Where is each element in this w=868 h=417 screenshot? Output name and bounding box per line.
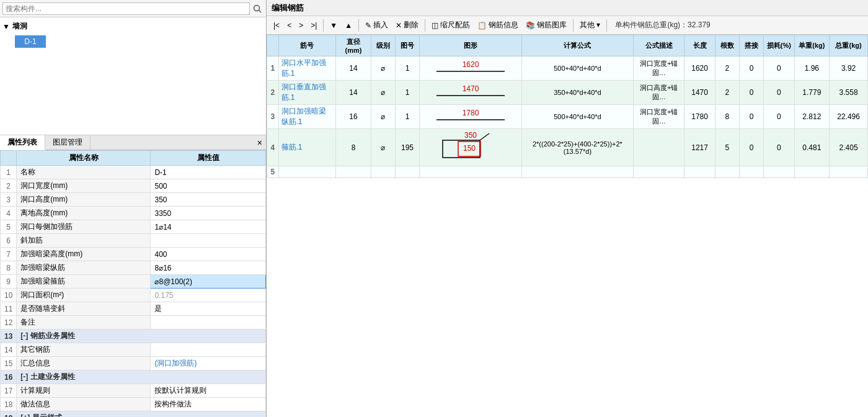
rebar-col-diameter: 直径(mm) bbox=[336, 35, 371, 56]
attr-tbody: 1 名称 D-12 洞口宽度(mm) 5003 洞口高度(mm) 3504 离地… bbox=[1, 166, 266, 418]
rebar-formula: 2*((200-2*25)+(400-2*25))+2*(13.57*d) bbox=[521, 129, 633, 166]
rebar-splice: 0 bbox=[739, 105, 763, 129]
toolbar: |< < > >| ▼ ▲ ✎ 插入 ✕ 删除 ◫ 缩尺配筋 📋 钢筋信息 📚 … bbox=[267, 16, 868, 35]
rebar-barnum[interactable]: 箍筋.1 bbox=[278, 129, 336, 166]
rebar-editor-title: 编辑钢筋 bbox=[272, 2, 304, 14]
attr-prop-value[interactable]: ⌀8@100(2) bbox=[151, 275, 266, 289]
rebar-header: 编辑钢筋 bbox=[267, 0, 868, 16]
toolbar-up-btn[interactable]: ▲ bbox=[342, 20, 355, 31]
rebar-total-weight bbox=[830, 166, 868, 178]
svg-text:1620: 1620 bbox=[463, 60, 479, 69]
attr-table-container: 属性名称 属性值 1 名称 D-12 洞口宽度(mm) 5003 洞口高度(mm… bbox=[0, 150, 266, 417]
attr-row-num: 12 bbox=[1, 316, 17, 330]
attr-row-num: 19 bbox=[1, 411, 17, 418]
rebar-col-num bbox=[267, 35, 279, 56]
rebar-splice: 0 bbox=[739, 129, 763, 166]
tree-group-walls[interactable]: ▼ 墙洞 bbox=[2, 20, 264, 33]
rebar-shape bbox=[395, 166, 419, 178]
toolbar-prev-btn[interactable]: < bbox=[284, 20, 294, 31]
rebar-lib-label: 钢筋图库 bbox=[537, 20, 567, 30]
rebar-barnum[interactable]: 洞口水平加强筋.1 bbox=[278, 56, 336, 81]
rebar-barnum[interactable]: 洞口垂直加强筋.1 bbox=[278, 81, 336, 105]
tab-properties[interactable]: 属性列表 bbox=[0, 135, 45, 150]
rebar-barnum[interactable] bbox=[278, 166, 336, 178]
toolbar-rebar-lib-btn[interactable]: 📚 钢筋图库 bbox=[523, 19, 570, 32]
rebar-unit-weight: 0.481 bbox=[794, 129, 830, 166]
rebar-figure-cell: 350 150 bbox=[420, 129, 522, 166]
attr-prop-name: 洞口每侧加强筋 bbox=[17, 220, 151, 234]
rebar-diameter: 14 bbox=[336, 56, 371, 81]
rebar-col-formula: 计算公式 bbox=[521, 35, 633, 56]
rebar-unit-weight: 1.779 bbox=[794, 81, 830, 105]
rebar-loss: 0 bbox=[764, 56, 794, 81]
attr-section-label: [-] 钢筋业务属性 bbox=[17, 330, 266, 343]
toolbar-sep-1 bbox=[323, 19, 324, 32]
attr-close-button[interactable]: × bbox=[254, 135, 266, 150]
toolbar-others-btn[interactable]: 其他 ▾ bbox=[577, 19, 603, 32]
tab-layers[interactable]: 图层管理 bbox=[45, 135, 91, 150]
attr-prop-value bbox=[151, 234, 266, 248]
rebar-row-num: 5 bbox=[267, 166, 279, 178]
rebar-figure-cell: 1780 bbox=[420, 105, 522, 129]
toolbar-insert-btn[interactable]: ✎ 插入 bbox=[362, 19, 391, 32]
rebar-info-icon: 📋 bbox=[477, 21, 487, 30]
attr-row-num: 9 bbox=[1, 275, 17, 289]
attr-row-num: 18 bbox=[1, 398, 17, 411]
rebar-info-label: 钢筋信息 bbox=[489, 20, 518, 30]
rebar-formula: 500+40*d+40*d bbox=[521, 56, 633, 81]
toolbar-next-btn[interactable]: > bbox=[296, 20, 306, 31]
toolbar-sep-3 bbox=[425, 19, 425, 32]
rebar-col-count: 根数 bbox=[715, 35, 739, 56]
rebar-grade: ⌀ bbox=[371, 105, 395, 129]
rebar-splice: 0 bbox=[739, 56, 763, 81]
tree-expand-arrow: ▼ bbox=[2, 22, 10, 31]
rebar-grade bbox=[371, 166, 395, 178]
rebar-total-weight: 3.92 bbox=[830, 56, 868, 81]
attr-prop-value bbox=[151, 343, 266, 357]
rebar-formula-desc bbox=[634, 166, 684, 178]
toolbar-rebar-info-btn[interactable]: 📋 钢筋信息 bbox=[474, 19, 521, 32]
toolbar-first-btn[interactable]: |< bbox=[270, 20, 283, 31]
search-input[interactable] bbox=[2, 2, 250, 15]
attr-tabs: 属性列表 图层管理 × bbox=[0, 135, 266, 150]
left-panel: ▼ 墙洞 D-1 属性列表 图层管理 × 属性名称 属性值 1 名称 bbox=[0, 0, 267, 417]
attr-prop-value: D-1 bbox=[151, 166, 266, 179]
toolbar-scale-rebar-btn[interactable]: ◫ 缩尺配筋 bbox=[428, 19, 473, 32]
search-bar bbox=[0, 0, 266, 17]
rebar-loss: 0 bbox=[764, 105, 794, 129]
rebar-row-num: 2 bbox=[267, 81, 279, 105]
rebar-length: 1780 bbox=[684, 105, 715, 129]
attr-col-name: 属性名称 bbox=[17, 151, 151, 166]
rebar-total-weight: 2.405 bbox=[830, 129, 868, 166]
tree-item-d1[interactable]: D-1 bbox=[15, 35, 46, 48]
rebar-barnum[interactable]: 洞口加强暗梁纵筋.1 bbox=[278, 105, 336, 129]
attr-prop-name: 名称 bbox=[17, 166, 151, 179]
rebar-formula: 500+40*d+40*d bbox=[521, 105, 633, 129]
attr-row-num: 15 bbox=[1, 357, 17, 370]
attr-section-label: [-] 土建业务属性 bbox=[17, 370, 266, 384]
rebar-col-loss: 损耗(%) bbox=[764, 35, 794, 56]
toolbar-last-btn[interactable]: >| bbox=[308, 20, 320, 31]
attr-prop-name: 洞口高度(mm) bbox=[17, 193, 151, 207]
rebar-count: 8 bbox=[715, 105, 739, 129]
attr-row-num: 8 bbox=[1, 261, 17, 275]
search-icon[interactable] bbox=[251, 2, 264, 15]
attr-prop-value: 按构件做法 bbox=[151, 398, 266, 411]
attr-prop-value: 8⌀16 bbox=[151, 261, 266, 275]
delete-icon: ✕ bbox=[396, 21, 402, 30]
toolbar-down-btn[interactable]: ▼ bbox=[327, 20, 340, 31]
rebar-col-figure: 图形 bbox=[420, 35, 522, 56]
rebar-row-num: 1 bbox=[267, 56, 279, 81]
rebar-table: 筋号 直径(mm) 级别 图号 图形 计算公式 公式描述 长度 根数 搭接 损耗… bbox=[267, 35, 868, 178]
rebar-shape: 195 bbox=[395, 129, 419, 166]
rebar-tbody: 1 洞口水平加强筋.1 14 ⌀ 1 1620 500+40*d+40*d 洞口… bbox=[267, 56, 868, 178]
rebar-unit-weight: 1.96 bbox=[794, 56, 830, 81]
attr-prop-name: 离地高度(mm) bbox=[17, 207, 151, 220]
rebar-count bbox=[715, 166, 739, 178]
attr-prop-value: 500 bbox=[151, 179, 266, 193]
attr-prop-value bbox=[151, 316, 266, 330]
rebar-shape: 1 bbox=[395, 81, 419, 105]
toolbar-delete-btn[interactable]: ✕ 删除 bbox=[392, 19, 422, 32]
attr-prop-name: 其它钢筋 bbox=[17, 343, 151, 357]
attr-section-label: [+] 显示样式 bbox=[17, 411, 266, 418]
